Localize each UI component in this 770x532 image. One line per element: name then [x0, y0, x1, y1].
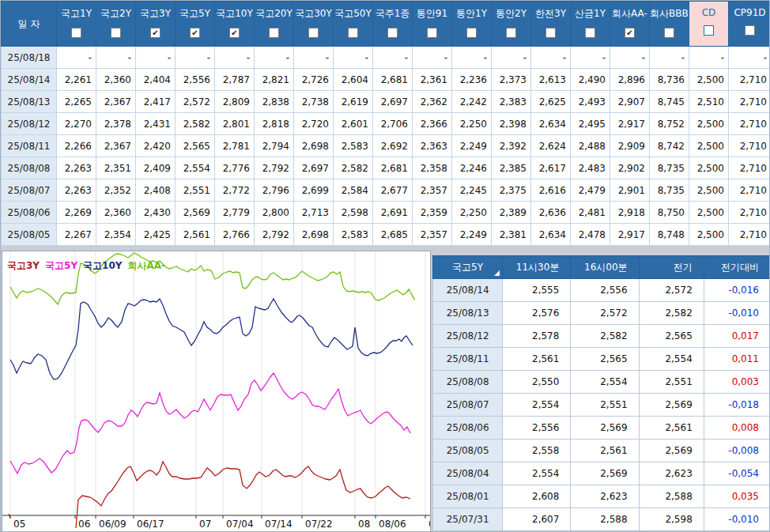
value-cell: -	[294, 47, 334, 69]
value-cell: 2,245	[452, 179, 492, 202]
column-label-corp-aa: 회사AA-	[610, 7, 649, 21]
table-row: 25/08/052,2672,3542,4252,5612,7662,7922,…	[2, 224, 770, 246]
column-header-ktb-20y[interactable]: 국고20Y	[255, 2, 294, 47]
value-cell: -	[413, 47, 452, 69]
column-checkbox-corp-aa[interactable]: ✔	[625, 28, 635, 38]
table-row: 25/08/052,5582,5612,569-0,008	[433, 440, 770, 462]
value-cell: 2,488	[571, 135, 610, 157]
column-checkbox-kdb-1y[interactable]	[585, 28, 595, 38]
value-cell: 2,569	[176, 202, 215, 224]
value-cell: 8,745	[650, 91, 689, 113]
table-row: 25/08/112,5612,5652,5540,011	[433, 348, 770, 371]
column-header-kepco-3y[interactable]: 한전3Y	[531, 2, 571, 47]
chart-tick-label: 06/17	[137, 519, 164, 530]
value-cell: 2,236	[452, 69, 492, 91]
value-cell: -	[96, 47, 136, 69]
column-header-ktb-30y[interactable]: 국고30Y	[294, 2, 334, 47]
column-checkbox-kophous-1[interactable]	[387, 28, 398, 38]
column-header-ktb-3y[interactable]: 국고3Y✔	[136, 2, 176, 47]
value-cell: 2,582	[639, 302, 704, 325]
column-header-ktb-10y[interactable]: 국고10Y✔	[215, 2, 255, 47]
column-header-kophous-1[interactable]: 국주1종	[373, 2, 413, 47]
value-cell: 2,569	[639, 394, 704, 417]
column-checkbox-msb-1y[interactable]	[466, 28, 477, 38]
table-row: 25/08/18------------------	[2, 47, 770, 69]
column-header-msb-2y[interactable]: 통안2Y	[492, 2, 531, 47]
column-checkbox-ktb-50y[interactable]	[348, 28, 358, 38]
value-cell: 2,556	[571, 279, 639, 302]
change-cell: -0,018	[704, 394, 770, 417]
value-cell: 2,604	[334, 69, 373, 91]
value-cell: 2,794	[255, 135, 294, 157]
value-cell: 2,431	[136, 113, 176, 135]
column-checkbox-cd[interactable]	[704, 25, 714, 36]
column-header-msb-1y[interactable]: 통안1Y	[452, 2, 492, 47]
date-cell: 25/08/05	[2, 224, 57, 246]
detail-sort-header[interactable]: 국고5Y	[433, 256, 503, 279]
column-checkbox-ktb-5y[interactable]: ✔	[190, 28, 200, 38]
value-cell: 2,500	[689, 179, 729, 202]
column-header-corp-aa[interactable]: 회사AA-✔	[610, 2, 650, 47]
column-checkbox-kepco-3y[interactable]	[545, 28, 556, 38]
value-cell: 2,772	[215, 179, 255, 202]
value-cell: 2,554	[639, 348, 704, 371]
table-row: 25/08/132,2652,3672,4172,5722,8092,8382,…	[2, 91, 770, 113]
value-cell: 2,550	[503, 371, 571, 394]
column-header-ktb-5y[interactable]: 국고5Y✔	[176, 2, 215, 47]
value-cell: 2,357	[413, 179, 452, 202]
column-header-ktb-1y[interactable]: 국고1Y	[57, 2, 96, 47]
value-cell: 2,360	[96, 69, 136, 91]
column-header-kdb-1y[interactable]: 산금1Y	[571, 2, 610, 47]
column-checkbox-corp-bbb[interactable]	[664, 28, 674, 38]
column-header-ktb-50y[interactable]: 국고50Y	[334, 2, 373, 47]
column-header-msb-91[interactable]: 통안91	[413, 2, 452, 47]
value-cell: 2,249	[452, 224, 492, 246]
table-row: 25/08/122,5782,5822,5650,017	[433, 325, 770, 348]
value-cell: -	[729, 47, 770, 69]
value-cell: 2,478	[571, 224, 610, 246]
value-cell: 2,572	[639, 279, 704, 302]
value-cell: 2,375	[492, 179, 531, 202]
table-row: 25/07/312,6072,5882,598-0,010	[433, 508, 770, 531]
detail-header-label: 전기대비	[721, 262, 759, 273]
date-cell: 25/08/04	[433, 462, 503, 485]
value-cell: 2,565	[639, 325, 704, 348]
value-cell: -	[334, 47, 373, 69]
column-checkbox-ktb-1y[interactable]	[71, 28, 81, 38]
value-cell: -	[571, 47, 610, 69]
value-cell: 2,551	[571, 394, 639, 417]
column-label-ktb-3y: 국고3Y	[136, 7, 175, 21]
column-checkbox-msb-2y[interactable]	[506, 28, 516, 38]
value-cell: 2,267	[57, 224, 96, 246]
column-header-ktb-2y[interactable]: 국고2Y	[96, 2, 136, 47]
column-checkbox-cp-91d[interactable]	[745, 25, 755, 36]
date-cell: 25/08/06	[2, 202, 57, 224]
value-cell: -	[650, 47, 689, 69]
value-cell: 2,917	[610, 113, 650, 135]
column-header-cd[interactable]: CD	[689, 2, 729, 47]
table-row: 25/08/072,5542,5512,569-0,018	[433, 394, 770, 417]
value-cell: 2,261	[57, 69, 96, 91]
table-row: 25/08/042,5542,5692,623-0,054	[433, 462, 770, 485]
legend-item-corp-aa: 회사AA-	[127, 260, 165, 271]
date-cell: 25/08/07	[433, 394, 503, 417]
change-cell: -0,010	[704, 302, 770, 325]
value-cell: 2,692	[373, 135, 413, 157]
value-cell: 2,896	[610, 69, 650, 91]
column-checkbox-ktb-10y[interactable]: ✔	[229, 28, 240, 38]
value-cell: 2,493	[571, 91, 610, 113]
column-header-cp-91d[interactable]: CP91D	[729, 2, 770, 47]
value-cell: 2,634	[531, 224, 571, 246]
value-cell: 2,555	[503, 279, 571, 302]
column-checkbox-ktb-30y[interactable]	[308, 28, 319, 38]
column-checkbox-msb-91[interactable]	[427, 28, 437, 38]
value-cell: 2,269	[57, 202, 96, 224]
column-checkbox-ktb-2y[interactable]	[111, 28, 121, 38]
value-cell: 2,588	[639, 485, 704, 508]
column-checkbox-ktb-20y[interactable]	[269, 28, 279, 38]
column-checkbox-ktb-3y[interactable]: ✔	[150, 28, 160, 38]
column-header-corp-bbb[interactable]: 회사BBB-	[650, 2, 689, 47]
value-cell: 2,792	[255, 157, 294, 179]
chart-tick-label: 08/06	[379, 519, 406, 530]
date-column-header: 일 자	[2, 2, 57, 47]
